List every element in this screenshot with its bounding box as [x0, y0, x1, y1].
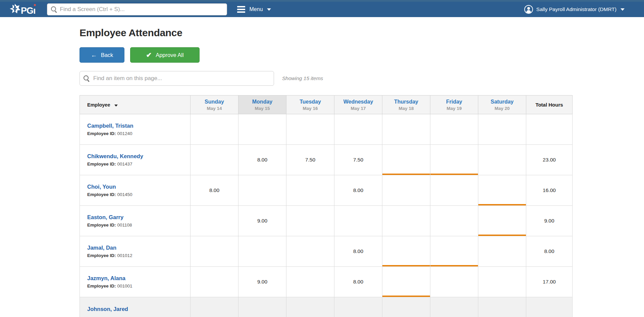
- employee-name-link[interactable]: Chikwendu, Kennedy: [87, 153, 187, 160]
- employee-cell: Easton, Garry Employee ID:001108: [80, 206, 191, 236]
- employee-cell: Johnson, Jared Employee ID:: [80, 297, 191, 317]
- day-cell: 8.00: [238, 145, 286, 175]
- showing-items-count: Showing 15 items: [282, 75, 323, 81]
- checkmark-icon: ✔: [146, 51, 152, 59]
- page-item-search: [79, 71, 274, 86]
- menu-button[interactable]: Menu: [237, 6, 271, 13]
- employee-id-line: Employee ID:001012: [87, 253, 187, 258]
- day-cell: [191, 267, 238, 297]
- day-header-friday: Friday May 19: [430, 96, 478, 114]
- day-cell: [430, 297, 478, 317]
- day-cell: [286, 236, 334, 267]
- day-cell: [191, 236, 238, 267]
- table-row: Jazmyn, Alana Employee ID:001001 9.008.0…: [80, 267, 573, 297]
- day-link[interactable]: Saturday: [478, 99, 526, 105]
- day-cell: [430, 175, 478, 206]
- day-date: May 15: [238, 106, 286, 111]
- attendance-table-body: Campbell, Tristan Employee ID:001240 Chi…: [80, 114, 573, 317]
- day-cell: [334, 206, 382, 236]
- employee-id-label: Employee ID:: [87, 192, 116, 197]
- back-button-label: Back: [101, 52, 113, 58]
- employee-id-label: Employee ID:: [87, 223, 116, 228]
- day-header-sunday: Sunday May 14: [191, 96, 238, 114]
- back-arrow-icon: ←: [91, 52, 97, 59]
- day-header-saturday: Saturday May 20: [478, 96, 526, 114]
- day-link[interactable]: Wednesday: [334, 99, 382, 105]
- pgi-logo-icon: [9, 3, 21, 15]
- day-header-wednesday: Wednesday May 17: [334, 96, 382, 114]
- day-cell: 8.00: [334, 267, 382, 297]
- page-title: Employee Attendance: [79, 27, 644, 39]
- day-cell: 8.00: [334, 175, 382, 206]
- day-link[interactable]: Monday: [238, 99, 286, 105]
- day-link[interactable]: Thursday: [382, 99, 430, 105]
- day-date: May 20: [478, 106, 526, 111]
- employee-id-value: 001012: [117, 253, 132, 258]
- employee-name-link[interactable]: Jazmyn, Alana: [87, 275, 187, 281]
- day-cell: [286, 206, 334, 236]
- day-link[interactable]: Tuesday: [286, 99, 334, 105]
- attendance-table: Employee Sunday May 14 Monday May 15 Tue…: [79, 95, 573, 317]
- employee-id-label: Employee ID:: [87, 162, 116, 167]
- top-navigation-bar: PGı Menu Sally Payroll Administrator (DM…: [0, 2, 644, 17]
- day-cell: [382, 145, 430, 175]
- hamburger-icon: [237, 6, 245, 13]
- day-cell: [430, 114, 478, 145]
- day-cell: [334, 297, 382, 317]
- employee-id-line: Employee ID:001240: [87, 131, 187, 136]
- employee-name-link[interactable]: Easton, Garry: [87, 214, 187, 220]
- day-date: May 14: [191, 106, 238, 111]
- day-header-monday: Monday May 15: [238, 96, 286, 114]
- day-date: May 18: [382, 106, 430, 111]
- employee-name-link[interactable]: Johnson, Jared: [87, 306, 187, 312]
- page-filter-input[interactable]: [79, 71, 274, 86]
- total-cell: 8.00: [526, 236, 573, 267]
- table-row: Easton, Garry Employee ID:001108 9.009.0…: [80, 206, 573, 236]
- pgi-logo[interactable]: PGı: [9, 3, 36, 15]
- day-cell: [382, 236, 430, 267]
- day-cell: [238, 297, 286, 317]
- employee-id-line: Employee ID:001437: [87, 162, 187, 167]
- day-cell: 8.00: [191, 175, 238, 206]
- employee-id-value: 001450: [117, 192, 132, 197]
- day-link[interactable]: Sunday: [191, 99, 238, 105]
- total-cell: 9.00: [526, 206, 573, 236]
- employee-name-link[interactable]: Campbell, Tristan: [87, 123, 187, 129]
- employee-name-link[interactable]: Jamal, Dan: [87, 245, 187, 251]
- day-cell: [478, 206, 526, 236]
- table-row: Campbell, Tristan Employee ID:001240: [80, 114, 573, 145]
- approve-all-button[interactable]: ✔ Approve All: [130, 47, 200, 63]
- day-cell: [191, 206, 238, 236]
- user-avatar-icon: [524, 5, 533, 14]
- employee-cell: Campbell, Tristan Employee ID:001240: [80, 114, 191, 145]
- employee-id-line: Employee ID:001108: [87, 223, 187, 228]
- day-date: May 19: [430, 106, 478, 111]
- pgi-logo-red-dot: [34, 4, 36, 6]
- screen-search-input[interactable]: [47, 3, 227, 15]
- day-date: May 16: [286, 106, 334, 111]
- sort-caret-icon: [114, 105, 118, 107]
- attendance-table-header: Employee Sunday May 14 Monday May 15 Tue…: [80, 96, 573, 114]
- day-cell: [430, 236, 478, 267]
- day-cell: [430, 206, 478, 236]
- employee-id-label: Employee ID:: [87, 283, 116, 289]
- employee-header-label: Employee: [87, 102, 110, 108]
- employee-name-link[interactable]: Choi, Youn: [87, 184, 187, 190]
- employee-id-value: 001001: [117, 283, 132, 289]
- day-cell: [238, 236, 286, 267]
- chevron-down-icon: [621, 8, 625, 11]
- day-cell: [478, 145, 526, 175]
- table-row: Jamal, Dan Employee ID:001012 8.008.00: [80, 236, 573, 267]
- day-cell: [382, 297, 430, 317]
- day-cell: [286, 267, 334, 297]
- employee-id-line: Employee ID:001001: [87, 283, 187, 289]
- day-cell: [430, 145, 478, 175]
- chevron-down-icon: [267, 8, 271, 11]
- employee-column-header[interactable]: Employee: [80, 96, 191, 114]
- day-cell: [191, 145, 238, 175]
- filter-row: Showing 15 items: [79, 71, 644, 86]
- day-link[interactable]: Friday: [430, 99, 478, 105]
- back-button[interactable]: ← Back: [79, 47, 124, 63]
- search-icon: [51, 6, 56, 11]
- user-account-menu[interactable]: Sally Payroll Administrator (DMRT): [524, 5, 625, 14]
